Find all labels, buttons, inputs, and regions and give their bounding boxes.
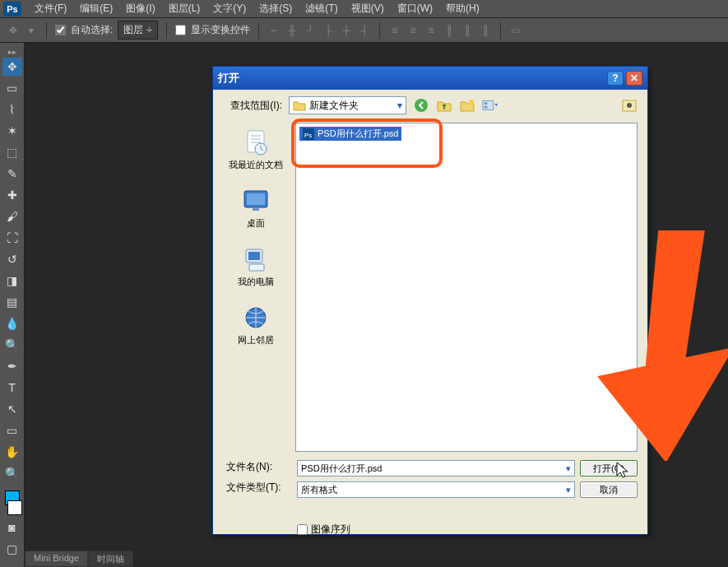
- view-menu-button[interactable]: [482, 97, 498, 114]
- distribute-icon[interactable]: ║: [479, 24, 492, 37]
- chevron-down-icon[interactable]: ▾: [25, 24, 38, 37]
- auto-select-checkbox[interactable]: [55, 25, 66, 35]
- place-network[interactable]: 网上邻居: [223, 303, 289, 346]
- filetype-value: 所有格式: [301, 484, 337, 496]
- path-tool[interactable]: ↖: [2, 400, 22, 418]
- show-transform-label: 显示变换控件: [191, 23, 250, 37]
- svg-point-6: [627, 103, 632, 108]
- menu-filter[interactable]: 滤镜(T): [299, 0, 344, 17]
- back-button[interactable]: [413, 97, 429, 114]
- move-tool[interactable]: ✥: [2, 58, 22, 76]
- look-in-value: 新建文件夹: [309, 99, 359, 113]
- dialog-title-text: 打开: [218, 71, 239, 86]
- hand-tool[interactable]: ✋: [2, 443, 22, 461]
- mycomputer-icon: [241, 244, 271, 274]
- tab-mini-bridge[interactable]: Mini Bridge: [25, 551, 88, 567]
- filetype-label: 文件类型(T):: [226, 481, 292, 495]
- healing-tool[interactable]: ✚: [2, 186, 22, 204]
- distribute-icon[interactable]: ≡: [406, 24, 420, 37]
- menu-image[interactable]: 图像(I): [119, 0, 161, 17]
- menu-help[interactable]: 帮助(H): [439, 0, 486, 17]
- screen-mode-toggle[interactable]: ▢: [2, 540, 22, 558]
- svg-rect-13: [248, 252, 260, 260]
- auto-select-dropdown[interactable]: 图层 ÷: [118, 21, 158, 40]
- place-recent-label: 我最近的文档: [229, 159, 283, 171]
- filename-combobox[interactable]: PSD用什么打开.psd ▾: [297, 460, 575, 476]
- show-transform-checkbox[interactable]: [175, 25, 186, 35]
- pen-tool[interactable]: ✒: [2, 357, 22, 375]
- menu-window[interactable]: 窗口(W): [391, 0, 439, 17]
- distribute-icon[interactable]: ║: [461, 24, 474, 37]
- dialog-titlebar[interactable]: 打开 ? ✕: [213, 67, 647, 90]
- arrange-icon[interactable]: ▭: [509, 24, 522, 37]
- shape-tool[interactable]: ▭: [2, 421, 22, 439]
- eyedropper-tool[interactable]: ✎: [2, 165, 22, 183]
- type-tool[interactable]: T: [2, 379, 22, 397]
- chevron-down-icon: ▾: [566, 463, 571, 474]
- bottom-tabs: Mini Bridge 时间轴: [25, 551, 133, 567]
- align-vcenter-icon[interactable]: ╫: [285, 24, 299, 37]
- open-dialog: 打开 ? ✕ 查找范围(I): 新建文件夹 ▾: [212, 66, 648, 535]
- blur-tool[interactable]: 💧: [2, 314, 22, 332]
- filename-value: PSD用什么打开.psd: [301, 462, 382, 475]
- crop-tool[interactable]: ⬚: [2, 143, 22, 161]
- separator: [46, 22, 47, 39]
- menu-layer[interactable]: 图层(L): [162, 0, 207, 17]
- menu-file[interactable]: 文件(F): [28, 0, 73, 17]
- gradient-tool[interactable]: ▤: [2, 293, 22, 311]
- open-button[interactable]: 打开(O): [580, 460, 638, 476]
- file-item-label: PSD用什么打开.psd: [318, 128, 398, 140]
- dialog-body: 查找范围(I): 新建文件夹 ▾ 我最近的文档: [213, 90, 647, 534]
- menu-type[interactable]: 文字(Y): [206, 0, 253, 17]
- wand-tool[interactable]: ✶: [2, 122, 22, 140]
- stamp-tool[interactable]: ⛶: [2, 229, 22, 247]
- distribute-icon[interactable]: ║: [443, 24, 456, 37]
- image-sequence-row: 图像序列: [297, 523, 638, 537]
- menu-edit[interactable]: 编辑(E): [73, 0, 119, 17]
- new-folder-button[interactable]: [459, 97, 475, 114]
- eraser-tool[interactable]: ◨: [2, 272, 22, 290]
- background-color-swatch[interactable]: [7, 500, 22, 515]
- close-button[interactable]: ✕: [626, 71, 642, 86]
- distribute-icon[interactable]: ≡: [424, 24, 438, 37]
- place-desktop[interactable]: 桌面: [223, 186, 289, 230]
- file-item-selected[interactable]: Ps PSD用什么打开.psd: [299, 127, 401, 141]
- align-hcenter-icon[interactable]: ┼: [340, 24, 353, 37]
- menu-view[interactable]: 视图(V): [345, 0, 391, 17]
- place-mycomputer[interactable]: 我的电脑: [223, 244, 289, 288]
- quickmask-toggle[interactable]: ◙: [2, 518, 22, 537]
- filetype-combobox[interactable]: 所有格式 ▾: [297, 481, 575, 498]
- menu-select[interactable]: 选择(S): [253, 0, 299, 17]
- dodge-tool[interactable]: 🔍: [2, 336, 22, 354]
- zoom-tool[interactable]: 🔍: [2, 464, 22, 482]
- align-bottom-icon[interactable]: ┘: [304, 24, 317, 37]
- look-in-combobox[interactable]: 新建文件夹 ▾: [289, 96, 406, 114]
- place-recent[interactable]: 我最近的文档: [223, 128, 289, 171]
- place-network-label: 网上邻居: [238, 334, 274, 346]
- psd-file-icon: Ps: [303, 128, 314, 140]
- tab-timeline[interactable]: 时间轴: [88, 551, 133, 567]
- network-icon: [241, 303, 271, 332]
- marquee-tool[interactable]: ▭: [2, 79, 22, 97]
- up-folder-button[interactable]: [436, 97, 452, 114]
- panel-collapse-icon[interactable]: ▸▸: [3, 48, 21, 54]
- lasso-tool[interactable]: ⌇: [2, 100, 22, 119]
- distribute-icon[interactable]: ≡: [388, 24, 401, 37]
- history-brush-tool[interactable]: ↺: [2, 250, 22, 268]
- help-button[interactable]: ?: [607, 71, 624, 86]
- align-right-icon[interactable]: ┤: [358, 24, 371, 37]
- brush-tool[interactable]: 🖌: [2, 207, 22, 225]
- separator: [500, 22, 501, 39]
- tools-panel: ▸▸ ✥ ▭ ⌇ ✶ ⬚ ✎ ✚ 🖌 ⛶ ↺ ◨ ▤ 💧 🔍 ✒ T ↖ ▭ ✋…: [0, 43, 25, 567]
- separator: [379, 22, 380, 39]
- image-sequence-checkbox[interactable]: [297, 524, 308, 535]
- place-desktop-label: 桌面: [247, 217, 265, 230]
- svg-point-1: [469, 100, 474, 105]
- pin-icon[interactable]: [621, 97, 638, 114]
- align-top-icon[interactable]: ⌐: [267, 24, 281, 37]
- options-bar: ✥ ▾ 自动选择: 图层 ÷ 显示变换控件 ⌐ ╫ ┘ ├ ┼ ┤ ≡ ≡ ≡ …: [0, 18, 728, 43]
- cancel-button[interactable]: 取消: [580, 481, 638, 498]
- file-list[interactable]: Ps PSD用什么打开.psd: [295, 123, 638, 452]
- chevron-down-icon: ▾: [566, 485, 571, 495]
- align-left-icon[interactable]: ├: [322, 24, 335, 37]
